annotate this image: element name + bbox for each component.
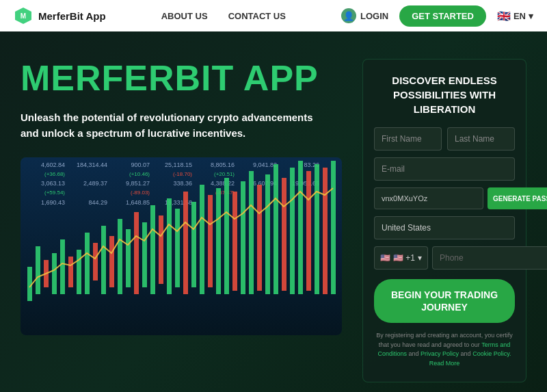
hero-title: MERFERBIT APP [21, 59, 342, 98]
registration-form: DISCOVER ENDLESS POSSIBILITIES WITH LIBE… [362, 59, 526, 382]
navbar: M MerferBit App ABOUT US CONTACT US 👤 LO… [0, 0, 547, 31]
phone-flag-icon: 🇺🇸 [380, 253, 390, 263]
begin-btn-line1: BEGIN YOUR TRADING [391, 289, 498, 300]
phone-row: 🇺🇸 🇺🇸 +1 ▾ [374, 246, 515, 270]
flag-icon: 🇬🇧 [497, 10, 511, 23]
nav-about-us[interactable]: ABOUT US [161, 11, 208, 21]
generate-password-button[interactable]: GENERATE PASSWORDS [488, 187, 547, 209]
begin-btn-line2: JOURNEY [421, 302, 468, 313]
nav-contact-us[interactable]: CONTACT US [228, 11, 286, 21]
hero-subtitle: Unleash the potential of revolutionary c… [21, 110, 315, 141]
phone-prefix-button[interactable]: 🇺🇸 🇺🇸 +1 ▾ [374, 246, 428, 270]
phone-prefix-label: 🇺🇸 +1 [393, 253, 415, 263]
chart-numbers: 4,602.84(+36.68) 184,314.44 900.07(+10.4… [21, 157, 342, 335]
logo-icon: M [14, 6, 33, 25]
chart-image: 4,602.84(+36.68) 184,314.44 900.07(+10.4… [21, 157, 342, 335]
login-button[interactable]: 👤 LOGIN [341, 8, 388, 23]
disclaimer-text: By registering and creating an account, … [374, 331, 515, 368]
login-label: LOGIN [360, 11, 388, 21]
country-select[interactable]: United States [374, 216, 515, 239]
password-row: GENERATE PASSWORDS [374, 187, 515, 209]
svg-text:M: M [21, 12, 26, 20]
nav-links: ABOUT US CONTACT US [161, 11, 286, 21]
phone-chevron-icon: ▾ [418, 253, 422, 263]
hero-section: MERFERBIT APP Unleash the potential of r… [0, 31, 547, 392]
first-name-input[interactable] [374, 127, 442, 151]
get-started-button[interactable]: GET STARTED [399, 5, 486, 27]
email-input[interactable] [374, 157, 515, 181]
name-row [374, 127, 515, 151]
last-name-input[interactable] [447, 127, 515, 151]
logo[interactable]: M MerferBit App [14, 6, 106, 25]
language-button[interactable]: 🇬🇧 EN ▾ [497, 10, 533, 23]
privacy-link[interactable]: Privacy Policy [421, 350, 459, 357]
chevron-down-icon: ▾ [529, 11, 533, 21]
hero-left: MERFERBIT APP Unleash the potential of r… [21, 59, 342, 382]
phone-input[interactable] [432, 246, 547, 270]
hero-right: DISCOVER ENDLESS POSSIBILITIES WITH LIBE… [362, 59, 526, 382]
password-input[interactable] [374, 187, 483, 209]
begin-trading-button[interactable]: BEGIN YOUR TRADING JOURNEY [374, 279, 515, 323]
nav-right: 👤 LOGIN GET STARTED 🇬🇧 EN ▾ [341, 5, 533, 27]
form-title: DISCOVER ENDLESS POSSIBILITIES WITH LIBE… [374, 73, 515, 116]
email-row [374, 157, 515, 181]
logo-text: MerferBit App [38, 10, 106, 22]
login-icon: 👤 [341, 8, 356, 23]
read-more-link[interactable]: Read More [429, 360, 460, 367]
cookie-link[interactable]: Cookie Policy. [472, 350, 511, 357]
lang-label: EN [513, 11, 526, 21]
